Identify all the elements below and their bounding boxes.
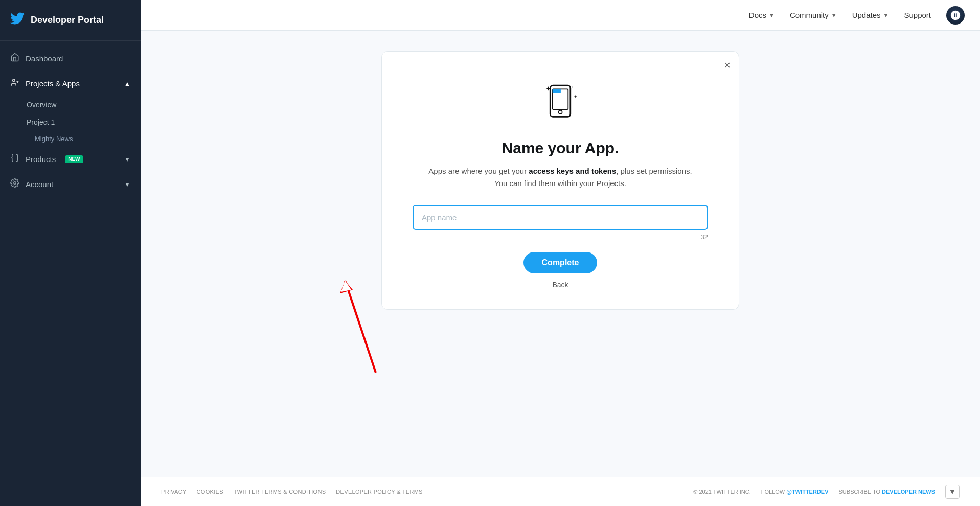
products-label: Products — [26, 155, 56, 164]
complete-button[interactable]: Complete — [523, 252, 598, 273]
footer-right: © 2021 TWITTER INC. FOLLOW @TWITTERDEV S… — [693, 485, 960, 499]
projects-chevron-icon: ▲ — [124, 80, 130, 87]
nav-updates[interactable]: Updates ▼ — [852, 11, 889, 19]
phone-sparkle-icon: ✦ + + · · — [537, 77, 583, 123]
sidebar-item-projects-apps[interactable]: Projects & Apps ▲ — [0, 71, 141, 96]
community-label: Community — [790, 11, 829, 19]
footer-subscribe: SUBSCRIBE TO DEVELOPER NEWS — [839, 489, 935, 495]
mighty-news-label: Mighty News — [35, 135, 73, 143]
new-badge: NEW — [65, 155, 83, 163]
svg-text:·: · — [545, 107, 546, 111]
gear-icon — [10, 178, 19, 190]
char-count: 32 — [413, 233, 708, 241]
back-button[interactable]: Back — [552, 281, 568, 289]
account-label: Account — [26, 180, 53, 189]
name-app-card: × ✦ — [381, 51, 739, 310]
nav-community[interactable]: Community ▼ — [790, 11, 837, 19]
red-arrow-svg — [335, 270, 386, 383]
support-label: Support — [904, 11, 931, 19]
community-chevron-icon: ▼ — [831, 12, 837, 18]
svg-point-1 — [14, 182, 16, 185]
top-nav: Docs ▼ Community ▼ Updates ▼ Support — [141, 0, 980, 31]
sidebar-navigation: Dashboard Projects & Apps ▲ Overview Pro… — [0, 41, 141, 506]
svg-rect-4 — [553, 89, 561, 93]
footer-follow-link[interactable]: @TWITTERDEV — [786, 489, 828, 495]
house-icon — [10, 53, 19, 64]
nav-support[interactable]: Support — [904, 11, 931, 19]
sidebar-item-mighty-news[interactable]: Mighty News — [0, 131, 141, 147]
footer-subscribe-text: SUBSCRIBE TO — [839, 489, 882, 495]
sidebar-logo[interactable]: Developer Portal — [0, 0, 141, 41]
phone-icon-wrapper: ✦ + + · · — [537, 77, 583, 125]
projects-apps-label: Projects & Apps — [26, 79, 80, 88]
footer-copyright: © 2021 TWITTER INC. — [693, 489, 750, 495]
main-content: Docs ▼ Community ▼ Updates ▼ Support — [141, 0, 980, 506]
modal-description: Apps are where you get your access keys … — [428, 165, 692, 190]
twitter-bird-icon — [10, 11, 25, 29]
sidebar-item-dashboard[interactable]: Dashboard — [0, 46, 141, 71]
svg-point-5 — [558, 110, 562, 114]
sidebar: Developer Portal Dashboard — [0, 0, 141, 506]
docs-label: Docs — [749, 11, 766, 19]
sidebar-item-project1[interactable]: Project 1 — [0, 113, 141, 131]
user-avatar[interactable] — [946, 6, 965, 25]
svg-text:+: + — [574, 94, 577, 99]
project1-label: Project 1 — [27, 118, 55, 126]
footer-follow: FOLLOW @TWITTERDEV — [761, 489, 829, 495]
modal-title: Name your App. — [502, 140, 619, 157]
docs-chevron-icon: ▼ — [769, 12, 774, 18]
footer-privacy[interactable]: PRIVACY — [161, 489, 187, 495]
dashboard-label: Dashboard — [26, 54, 63, 63]
footer: PRIVACY COOKIES TWITTER TERMS & CONDITIO… — [141, 477, 980, 506]
updates-chevron-icon: ▼ — [883, 12, 889, 18]
close-button[interactable]: × — [724, 60, 731, 71]
sidebar-item-products[interactable]: Products NEW ▼ — [0, 147, 141, 172]
app-name-input[interactable] — [413, 205, 708, 230]
svg-line-11 — [345, 281, 376, 373]
nav-docs[interactable]: Docs ▼ — [749, 11, 774, 19]
updates-label: Updates — [852, 11, 881, 19]
desc-normal2: , plus set permissions. — [616, 167, 692, 175]
projects-icon — [10, 78, 19, 89]
desc-line2: You can find them within your Projects. — [494, 179, 626, 188]
annotation-arrow — [335, 270, 386, 385]
svg-point-0 — [13, 79, 15, 82]
account-chevron-icon: ▼ — [124, 181, 130, 188]
page-body: × ✦ — [141, 31, 980, 506]
svg-text:·: · — [572, 107, 573, 111]
portal-title: Developer Portal — [31, 15, 104, 26]
footer-cookies[interactable]: COOKIES — [197, 489, 223, 495]
svg-marker-13 — [341, 281, 351, 292]
overview-label: Overview — [27, 101, 56, 109]
svg-text:✦: ✦ — [545, 85, 551, 93]
footer-links: PRIVACY COOKIES TWITTER TERMS & CONDITIO… — [161, 489, 423, 495]
modal-area: × ✦ — [141, 31, 980, 477]
products-chevron-icon: ▼ — [124, 156, 130, 163]
desc-normal: Apps are where you get your — [428, 167, 529, 175]
footer-subscribe-link[interactable]: DEVELOPER NEWS — [882, 489, 935, 495]
desc-bold: access keys and tokens — [529, 167, 616, 175]
avatar-inner — [946, 6, 965, 25]
app-name-input-wrapper — [413, 205, 708, 230]
curly-braces-icon — [10, 153, 19, 165]
footer-twitter-terms[interactable]: TWITTER TERMS & CONDITIONS — [234, 489, 326, 495]
sidebar-item-overview[interactable]: Overview — [0, 96, 141, 113]
sidebar-item-account[interactable]: Account ▼ — [0, 172, 141, 197]
svg-marker-12 — [340, 281, 353, 293]
svg-text:+: + — [572, 85, 574, 90]
footer-follow-text: FOLLOW — [761, 489, 787, 495]
footer-developer-policy[interactable]: DEVELOPER POLICY & TERMS — [336, 489, 422, 495]
footer-collapse-button[interactable]: ▼ — [945, 485, 960, 499]
